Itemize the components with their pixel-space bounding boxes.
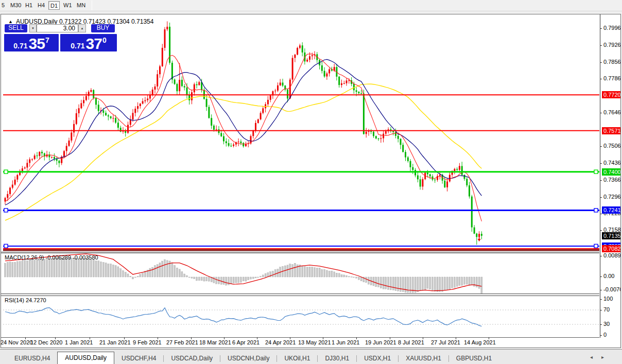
axis-tick-mark [600, 230, 602, 231]
buy-price-sup: 0 [102, 36, 107, 44]
rsi-pane-bottom-border [1, 337, 599, 338]
tab-audusd-daily[interactable]: AUDUSD,Daily [57, 352, 114, 364]
trading-app-window: 5M30H1H4D1W1MN ▲AUDUSD,Daily 0.71322 0.7… [0, 0, 622, 364]
axis-tick-mark [600, 163, 602, 164]
volume-increase-icon[interactable]: ▲ [78, 24, 86, 32]
axis-tick-mark [600, 310, 602, 310]
macd-axis-label: 0.008904 [603, 252, 620, 258]
time-axis-label: 18 Mar 2021 [199, 339, 231, 345]
price-tick-label: 0.76460 [603, 109, 620, 115]
price-tick-label: 0.77860 [603, 75, 620, 81]
timeframe-button-M30[interactable]: M30 [9, 1, 23, 10]
time-axis-label: 8 Jul 2021 [398, 339, 424, 345]
rsi-axis-label: 0 [603, 332, 607, 338]
tab-ukoil-h1[interactable]: UKOil,H1 [277, 353, 317, 364]
buy-button[interactable]: BUY [91, 24, 115, 32]
time-tick-mark [390, 337, 390, 339]
axis-tick-mark [600, 62, 602, 63]
axis-tick-mark [600, 256, 602, 256]
price-level-badge: 0.71354 [602, 232, 620, 239]
time-axis-label: 1 Jan 2021 [65, 339, 93, 345]
volume-decrease-icon[interactable]: ▼ [29, 24, 37, 32]
rsi-chart-canvas[interactable] [3, 296, 599, 337]
rsi-axis-label: 100 [603, 296, 613, 302]
timeframe-button-H1[interactable]: H1 [24, 1, 34, 10]
tab-gbpusd-h1[interactable]: GBPUSD,H1 [449, 353, 499, 364]
price-tick-label: 0.75060 [603, 143, 620, 149]
toolbar-separator [92, 1, 92, 10]
price-level-badge: 0.72411 [602, 206, 620, 214]
timeframe-button-W1[interactable]: W1 [62, 1, 74, 10]
time-tick-mark [356, 337, 357, 339]
tab-usdcnh-daily[interactable]: USDCNH,Daily [220, 353, 277, 364]
time-tick-mark [224, 337, 224, 339]
time-axis-label: 9 Feb 2021 [133, 339, 162, 345]
macd-axis-label: -0.007017 [603, 286, 620, 292]
axis-tick-mark [600, 28, 602, 29]
time-axis-label: 24 Apr 2021 [265, 339, 296, 345]
tab-usdx-h1[interactable]: USDX,H1 [357, 353, 398, 364]
tab-scroll-right-icon[interactable]: ▸ [601, 354, 604, 360]
time-axis-label: 14 Aug 2021 [464, 339, 496, 345]
tab-usdcad-daily[interactable]: USDCAD,Daily [164, 353, 220, 364]
time-axis-label: 6 Apr 2021 [232, 339, 260, 345]
time-tick-mark [158, 337, 158, 339]
volume-input[interactable]: 3.00 [37, 24, 78, 32]
price-tick-label: 0.79960 [603, 25, 620, 31]
time-axis-label: 12 Dec 2020 [30, 339, 62, 345]
axis-tick-mark [600, 79, 602, 79]
tab-scroll-left-icon[interactable]: ◂ [590, 354, 593, 360]
buy-price-big: 37 [86, 36, 102, 51]
sell-price-prefix: 0.71 [13, 42, 27, 50]
timeframe-button-MN[interactable]: MN [75, 1, 87, 10]
time-axis-label: 21 Jan 2021 [99, 339, 131, 345]
price-level-badge: 0.77200 [602, 91, 620, 98]
price-tick-label: 0.78560 [603, 59, 620, 65]
macd-indicator-values: -0.006289 -0.003580 [45, 254, 98, 261]
axis-tick-mark [600, 290, 602, 290]
one-click-trade-widget: SELL ▼ 3.00 ▲ BUY 0.71357 0.71370 [4, 24, 118, 51]
time-tick-mark [290, 337, 290, 339]
macd-axis-label: 0.00 [603, 273, 614, 279]
timeframe-button-H4[interactable]: H4 [36, 1, 46, 10]
rsi-axis-label: 70 [603, 306, 610, 313]
axis-tick-mark [600, 146, 602, 147]
buy-price-panel[interactable]: 0.71370 [60, 34, 117, 51]
tab-eurusd-h4[interactable]: EURUSD,H4 [7, 353, 57, 364]
time-tick-mark [55, 337, 56, 339]
time-axis-label: 24 Nov 2020 [1, 339, 32, 345]
time-tick-mark [191, 337, 192, 339]
axis-tick-mark [600, 299, 602, 300]
chart-window: ▲AUDUSD,Daily 0.71322 0.71423 0.71304 0.… [1, 14, 621, 348]
time-tick-mark [323, 337, 323, 339]
sell-price-big: 35 [29, 36, 45, 51]
price-tick-label: 0.74360 [603, 160, 620, 166]
price-level-badge: 0.75716 [602, 127, 620, 134]
axis-tick-mark [600, 197, 602, 198]
sell-button[interactable]: SELL [5, 24, 27, 32]
price-tick-label: 0.72960 [603, 194, 620, 200]
axis-tick-mark [600, 180, 602, 181]
rsi-indicator-label: RSI(14) 24.7270 [5, 297, 46, 303]
price-axis: 0.799600.792600.785600.778600.764600.750… [600, 14, 620, 348]
tab-xauusd-h1[interactable]: XAUUSD,H1 [399, 353, 448, 364]
time-tick-mark [124, 337, 125, 339]
tab-bar: ◂ ▸ EURUSD,H4AUDUSD,DailyUSDCHF,H4USDCAD… [0, 349, 622, 364]
timeframe-button-D1[interactable]: D1 [48, 1, 60, 10]
collapse-triangle-icon[interactable]: ▲ [8, 19, 13, 24]
tab-usdchf-h4[interactable]: USDCHF,H4 [114, 353, 163, 364]
price-tick-label: 0.73660 [603, 177, 620, 183]
time-tick-mark [456, 337, 456, 339]
price-tick-label: 0.79260 [603, 42, 620, 48]
time-axis-label: 27 Feb 2021 [166, 339, 198, 345]
sell-price-panel[interactable]: 0.71357 [4, 34, 59, 51]
time-tick-mark [90, 337, 90, 339]
timeframe-button-5[interactable]: 5 [0, 1, 6, 10]
time-axis-label: 13 May 2021 [298, 339, 331, 345]
rsi-axis-label: 30 [603, 321, 610, 327]
tab-dj30-h1[interactable]: DJ30,H1 [318, 353, 356, 364]
time-tick-mark [25, 337, 26, 339]
macd-indicator-label: MACD(12,26,9) -0.006289 -0.003580 [5, 254, 98, 261]
price-level-badge: 0.70820 [602, 245, 620, 252]
time-tick-mark [423, 337, 423, 339]
